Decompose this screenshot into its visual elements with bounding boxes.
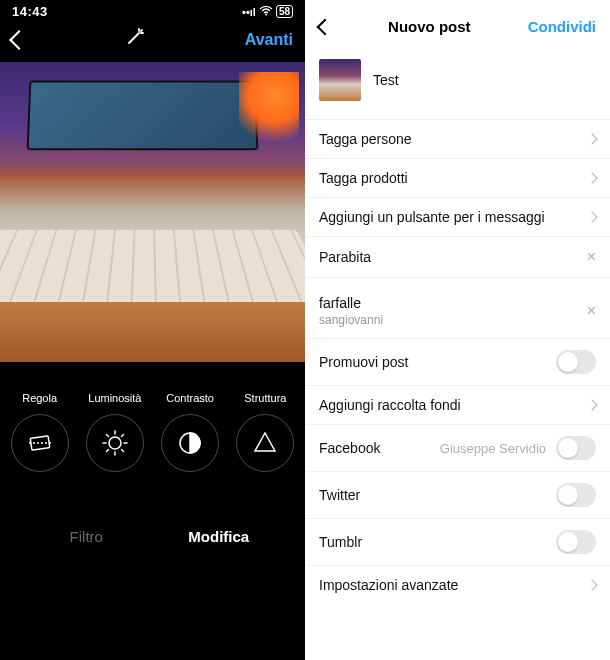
share-screen: Nuovo post Condividi Test Tagga persone … [305,0,610,660]
tool-adjust[interactable]: Regola [11,392,69,472]
row-fundraiser[interactable]: Aggiungi raccolta fondi [305,386,610,425]
tab-edit[interactable]: Modifica [153,520,286,553]
svg-point-3 [109,437,121,449]
music-title: farfalle [319,295,383,311]
location-label: Parabita [319,249,371,265]
row-label: Tagga prodotti [319,170,408,186]
svg-point-0 [265,13,267,15]
facebook-account: Giuseppe Servidio [440,441,546,456]
photo-desk [0,302,305,362]
battery-icon: 58 [276,5,293,18]
row-label: Aggiungi raccolta fondi [319,397,461,413]
clear-icon[interactable]: × [587,248,596,266]
row-promote[interactable]: Promuovi post [305,339,610,386]
caption-text[interactable]: Test [373,72,399,88]
share-button[interactable]: Condividi [528,18,596,35]
chevron-right-icon [586,211,597,222]
row-label: Tagga persone [319,131,412,147]
row-label: Impostazioni avanzate [319,577,458,593]
tab-filter[interactable]: Filtro [20,520,153,553]
back-icon[interactable] [9,30,29,50]
chevron-right-icon [586,399,597,410]
tool-brightness[interactable]: Luminosità [86,392,144,472]
row-add-message-button[interactable]: Aggiungi un pulsante per i messaggi [305,198,610,237]
wifi-icon [259,6,273,18]
row-tumblr[interactable]: Tumblr [305,519,610,566]
svg-line-11 [121,435,123,437]
music-artist: sangiovanni [319,313,383,327]
row-tag-people[interactable]: Tagga persone [305,120,610,159]
chevron-right-icon [586,172,597,183]
toggle[interactable] [556,436,596,460]
edit-tools: Regola Luminosità Contrasto Struttura [0,362,305,482]
tool-label: Luminosità [88,392,141,404]
page-title: Nuovo post [388,18,471,35]
row-facebook[interactable]: Facebook Giuseppe Servidio [305,425,610,472]
edit-screen: 14:43 ••ıl 58 Avanti Regola Luminosità [0,0,305,660]
clear-icon[interactable]: × [587,302,596,320]
row-location[interactable]: Parabita × [305,237,610,278]
photo-monitor [27,81,259,151]
post-thumbnail [319,59,361,101]
tool-contrast[interactable]: Contrasto [161,392,219,472]
caption-row[interactable]: Test [305,49,610,120]
row-twitter[interactable]: Twitter [305,472,610,519]
edit-nav: Avanti [0,21,305,62]
toggle[interactable] [556,350,596,374]
row-label: Facebook [319,440,380,456]
toggle[interactable] [556,483,596,507]
toggle[interactable] [556,530,596,554]
tool-label: Contrasto [166,392,214,404]
contrast-icon [161,414,219,472]
structure-icon [236,414,294,472]
tool-label: Struttura [244,392,286,404]
svg-line-10 [106,450,108,452]
row-label: Aggiungi un pulsante per i messaggi [319,209,545,225]
row-advanced[interactable]: Impostazioni avanzate [305,566,610,604]
next-button[interactable]: Avanti [245,31,293,49]
brightness-icon [86,414,144,472]
svg-line-9 [121,450,123,452]
row-music[interactable]: farfalle sangiovanni × [305,284,610,339]
photo-preview[interactable] [0,62,305,362]
chevron-right-icon [586,133,597,144]
chevron-right-icon [586,579,597,590]
share-nav: Nuovo post Condividi [305,0,610,49]
status-icons: ••ıl 58 [242,5,293,18]
tool-structure[interactable]: Struttura [236,392,294,472]
back-icon[interactable] [317,18,334,35]
adjust-icon [11,414,69,472]
tool-label: Regola [22,392,57,404]
status-time: 14:43 [12,4,48,19]
status-bar: 14:43 ••ıl 58 [0,0,305,21]
row-label: Promuovi post [319,354,408,370]
row-label: Tumblr [319,534,362,550]
photo-lamp [239,72,299,152]
svg-line-8 [106,435,108,437]
magic-wand-icon[interactable] [125,27,145,52]
bottom-tabs: Filtro Modifica [0,520,305,553]
row-label: Twitter [319,487,360,503]
row-tag-products[interactable]: Tagga prodotti [305,159,610,198]
signal-icon: ••ıl [242,6,256,18]
